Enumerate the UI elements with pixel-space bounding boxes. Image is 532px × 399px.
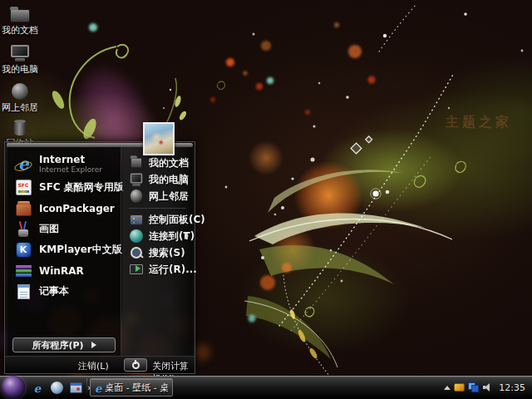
- menu-separator: [129, 208, 186, 209]
- menu-item-label: 运行(R)...: [149, 263, 197, 277]
- taskbar-clock[interactable]: 12:35: [499, 382, 525, 393]
- menu-item-label: 网上邻居: [149, 190, 189, 204]
- desktop-icon-network-places[interactable]: 网上邻居: [0, 78, 40, 114]
- menu-item-kmplayer[interactable]: KMPlayer中文版: [7, 239, 121, 260]
- task-button[interactable]: 桌面 - 壁纸 - 桌酷...: [90, 378, 173, 397]
- my-documents-icon: [129, 155, 144, 170]
- all-programs-label: 所有程序(P): [32, 339, 83, 352]
- submenu-arrow-icon: [185, 233, 189, 239]
- menu-item-label: 我的文档: [149, 156, 189, 170]
- menu-item-network-places[interactable]: 网上邻居: [122, 188, 193, 204]
- power-icon: [132, 362, 140, 369]
- desktop-icon-label: 网上邻居: [2, 101, 38, 114]
- desktop-icon-label: 我的文档: [2, 24, 38, 37]
- power-button[interactable]: [124, 358, 147, 372]
- my-computer-icon: [129, 172, 144, 187]
- my-computer-icon: [11, 40, 29, 62]
- internet-explorer-icon[interactable]: [30, 380, 45, 395]
- all-programs-button[interactable]: 所有程序(P): [12, 337, 116, 352]
- menu-item-sfc[interactable]: SFC 桌酷网专用版: [7, 177, 121, 198]
- network-places-icon: [129, 189, 144, 204]
- network-places-icon: [12, 78, 28, 100]
- start-menu-places-list: 我的文档 我的电脑 网上邻居 控制面板(C) 连接到(T): [122, 147, 193, 356]
- menu-item-iconpackager[interactable]: IconPackager: [7, 198, 121, 219]
- winrar-icon: [13, 261, 33, 281]
- system-tray: 12:35: [444, 376, 525, 399]
- run-icon: [129, 262, 144, 277]
- kmplayer-icon: [13, 240, 33, 260]
- search-icon: [129, 245, 144, 260]
- recycle-bin-icon: [14, 114, 26, 135]
- start-menu-pinned-list: Internet Internet Explorer SFC 桌酷网专用版 Ic…: [7, 147, 121, 356]
- desktop-icon-my-computer[interactable]: 我的电脑: [0, 40, 40, 76]
- paint-icon: [13, 219, 33, 239]
- control-panel-icon: [129, 212, 144, 227]
- menu-item-notepad[interactable]: 记事本: [7, 281, 121, 302]
- wallpaper-watermark: 主题之家: [446, 114, 512, 131]
- menu-item-winrar[interactable]: WinRAR: [7, 260, 121, 281]
- menu-item-internet[interactable]: Internet Internet Explorer: [7, 150, 121, 177]
- menu-item-label: 画图: [39, 222, 59, 236]
- menu-item-label: KMPlayer中文版: [39, 243, 122, 257]
- globe-icon[interactable]: [49, 380, 64, 395]
- tray-collapse-icon[interactable]: [444, 386, 451, 390]
- desktop: 主题之家 我的文档 我的电脑 网上邻居 回收站 Internet In: [0, 0, 532, 399]
- start-menu: Internet Internet Explorer SFC 桌酷网专用版 Ic…: [4, 141, 195, 374]
- menu-item-control-panel[interactable]: 控制面板(C): [122, 211, 193, 228]
- network-tray-icon[interactable]: [468, 382, 479, 392]
- desktop-icon-label: 我的电脑: [2, 63, 38, 76]
- desktop-icon-my-documents[interactable]: 我的文档: [0, 1, 40, 37]
- task-button-label: 桌面 - 壁纸 - 桌酷...: [105, 382, 168, 394]
- menu-item-label: 控制面板(C): [149, 213, 205, 227]
- notepad-icon: [13, 282, 33, 302]
- internet-explorer-icon: [95, 380, 101, 396]
- menu-item-label: SFC 桌酷网专用版: [39, 180, 124, 195]
- menu-item-label: 搜索(S): [149, 246, 185, 260]
- menu-item-sublabel: Internet Explorer: [39, 165, 102, 174]
- input-method-icon[interactable]: [454, 383, 465, 392]
- browser-window-icon[interactable]: [68, 380, 83, 395]
- menu-item-label: Internet: [39, 154, 102, 165]
- sfc-icon: [13, 178, 33, 198]
- menu-item-my-documents[interactable]: 我的文档: [122, 155, 193, 171]
- menu-item-run[interactable]: 运行(R)...: [122, 261, 193, 278]
- start-menu-spacer: [7, 302, 121, 337]
- bokeh-light: [194, 344, 210, 361]
- start-button[interactable]: [2, 376, 25, 399]
- menu-item-label: IconPackager: [39, 203, 115, 214]
- internet-explorer-icon: [13, 154, 33, 174]
- logoff-button[interactable]: 注销(L): [78, 360, 109, 372]
- menu-item-paint[interactable]: 画图: [7, 219, 121, 239]
- menu-item-label: WinRAR: [39, 265, 84, 277]
- menu-item-label: 我的电脑: [149, 173, 189, 187]
- taskbar: » 桌面 - 壁纸 - 桌酷... 12:35: [0, 376, 532, 399]
- taskbar-divider: [86, 378, 87, 397]
- menu-item-label: 记事本: [39, 284, 69, 298]
- start-menu-footer: 注销(L) 关闭计算机(U): [5, 356, 195, 373]
- iconpackager-icon: [13, 199, 33, 219]
- menu-item-search[interactable]: 搜索(S): [122, 244, 193, 261]
- all-programs-arrow-icon: [91, 342, 96, 348]
- user-avatar[interactable]: [143, 122, 175, 155]
- menu-item-my-computer[interactable]: 我的电脑: [122, 171, 193, 188]
- connect-to-icon: [129, 229, 144, 244]
- my-documents-icon: [10, 1, 30, 22]
- volume-icon[interactable]: [482, 382, 492, 392]
- menu-item-connect-to[interactable]: 连接到(T): [122, 228, 193, 244]
- quick-launch: »: [30, 376, 93, 399]
